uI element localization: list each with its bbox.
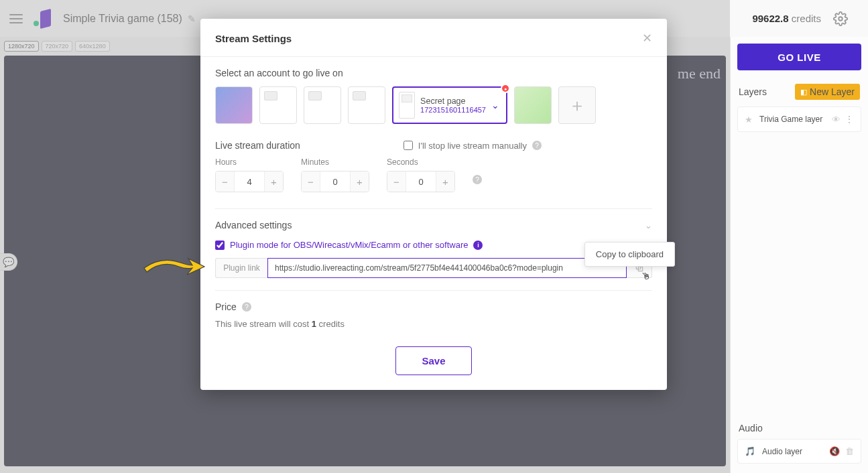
plugin-link-input[interactable] xyxy=(267,258,627,278)
hours-stepper: − + xyxy=(215,171,284,192)
account-option[interactable] xyxy=(304,86,341,124)
chevron-down-icon[interactable]: ⌄ xyxy=(645,220,652,230)
info-icon[interactable]: i xyxy=(473,241,483,250)
divider xyxy=(215,208,652,209)
price-text: This live stream will cost 1 credits xyxy=(215,319,652,329)
account-thumb xyxy=(399,92,415,119)
modal-title: Stream Settings xyxy=(215,33,292,44)
credits-label: credits xyxy=(792,13,821,24)
manual-stop-label: I'll stop live stream manually xyxy=(418,141,527,151)
seconds-stepper: − + xyxy=(387,171,455,192)
svg-point-0 xyxy=(839,17,843,21)
new-layer-button[interactable]: ◧ New Layer xyxy=(795,84,860,100)
mute-icon[interactable]: 🔇 xyxy=(829,446,840,456)
copy-tooltip: Copy to clipboard xyxy=(584,242,675,267)
plugin-mode-label: Plugin mode for OBS/Wirecast/vMix/Ecamm … xyxy=(230,240,468,250)
plugin-mode-input[interactable] xyxy=(215,241,225,250)
minutes-decrement[interactable]: − xyxy=(302,172,320,192)
seconds-label: Seconds xyxy=(387,157,455,167)
manual-stop-input[interactable] xyxy=(404,141,413,150)
layer-item[interactable]: ★ Trivia Game layer 👁 ⋮ xyxy=(737,107,861,132)
stream-settings-modal: Stream Settings ✕ Select an account to g… xyxy=(200,19,667,390)
star-icon: ★ xyxy=(745,115,753,125)
minutes-input[interactable] xyxy=(320,172,350,192)
account-option[interactable] xyxy=(215,86,253,124)
settings-icon[interactable] xyxy=(833,11,848,26)
duration-label: Live stream duration xyxy=(215,140,300,151)
seconds-input[interactable] xyxy=(406,172,436,192)
account-option[interactable] xyxy=(514,86,552,124)
minutes-stepper: − + xyxy=(301,171,369,192)
credits-display: 99622.8 credits xyxy=(752,13,821,24)
audio-layer-name: Audio layer xyxy=(762,447,802,456)
help-icon[interactable]: ? xyxy=(532,141,542,150)
account-name: Secret page xyxy=(420,96,486,106)
save-button[interactable]: Save xyxy=(395,346,471,375)
go-live-button[interactable]: GO LIVE xyxy=(737,44,861,70)
minutes-label: Minutes xyxy=(301,157,369,167)
audio-title: Audio xyxy=(731,416,868,439)
price-credits: 1 xyxy=(312,319,316,329)
close-icon[interactable]: ✕ xyxy=(642,31,652,46)
account-id: 1723151601116457 xyxy=(420,106,486,114)
manual-stop-checkbox[interactable]: I'll stop live stream manually ? xyxy=(404,141,542,151)
seconds-increment[interactable]: + xyxy=(436,172,454,192)
layer-name: Trivia Game layer xyxy=(759,115,822,124)
new-layer-label: New Layer xyxy=(810,86,855,97)
help-icon[interactable]: ? xyxy=(473,175,482,184)
credits-value: 99622.8 xyxy=(752,13,788,24)
delete-icon[interactable]: 🗑 xyxy=(845,446,854,456)
account-option[interactable] xyxy=(348,86,385,124)
live-badge-icon: ● xyxy=(501,84,510,93)
hours-increment[interactable]: + xyxy=(264,172,283,192)
hours-label: Hours xyxy=(215,157,284,167)
hours-input[interactable] xyxy=(235,172,264,192)
layers-title: Layers xyxy=(739,86,767,97)
visibility-icon[interactable]: 👁 xyxy=(832,115,841,125)
seconds-decrement[interactable]: − xyxy=(387,172,406,192)
select-account-label: Select an account to go live on xyxy=(215,68,652,78)
advanced-settings-label: Advanced settings xyxy=(215,220,292,230)
plugin-link-label: Plugin link xyxy=(215,258,267,278)
price-text-pre: This live stream will cost xyxy=(215,319,312,329)
mic-icon: 🎵 xyxy=(745,446,755,456)
hours-decrement[interactable]: − xyxy=(216,172,235,192)
price-label: Price xyxy=(215,301,237,312)
help-icon[interactable]: ? xyxy=(242,302,251,312)
add-account-button[interactable]: ＋ xyxy=(558,86,596,124)
audio-item[interactable]: 🎵 Audio layer 🔇 🗑 xyxy=(737,439,861,464)
divider xyxy=(215,290,652,291)
more-icon[interactable]: ⋮ xyxy=(845,114,854,125)
account-option[interactable] xyxy=(259,86,297,124)
minutes-increment[interactable]: + xyxy=(350,172,369,192)
price-text-post: credits xyxy=(316,319,345,329)
chevron-down-icon[interactable]: ⌄ xyxy=(491,100,499,111)
account-option-selected[interactable]: ● Secret page 1723151601116457 ⌄ xyxy=(392,86,507,124)
